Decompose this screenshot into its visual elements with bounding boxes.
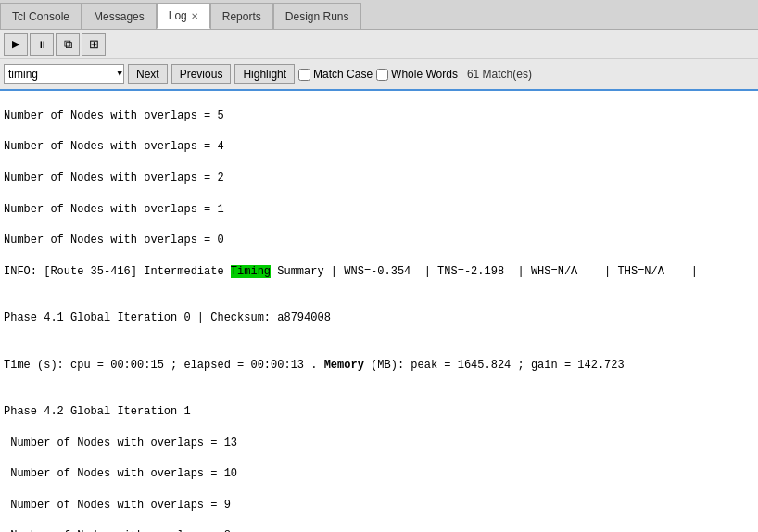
tab-log[interactable]: Log ✕ xyxy=(157,3,210,29)
match-case-checkbox[interactable] xyxy=(298,69,310,81)
pause-button[interactable]: ⏸ xyxy=(30,33,54,56)
log-line: Number of Nodes with overlaps = 8 xyxy=(4,528,754,532)
log-line: Number of Nodes with overlaps = 5 xyxy=(4,108,754,124)
log-line: Number of Nodes with overlaps = 0 xyxy=(4,233,754,248)
tab-messages[interactable]: Messages xyxy=(82,3,157,29)
tab-label-reports: Reports xyxy=(222,10,261,23)
run-button[interactable]: ▶ xyxy=(4,33,28,56)
toolbar1: ▶ ⏸ ⧉ ⊞ xyxy=(0,30,758,59)
whole-words-text: Whole Words xyxy=(391,68,458,81)
tab-close-log[interactable]: ✕ xyxy=(191,11,198,21)
tab-label-messages: Messages xyxy=(94,10,145,23)
highlight-button[interactable]: Highlight xyxy=(234,64,295,84)
grid-icon: ⊞ xyxy=(89,37,99,51)
whole-words-checkbox[interactable] xyxy=(376,69,388,81)
log-line: Phase 4.1 Global Iteration 0 | Checksum:… xyxy=(4,310,754,326)
log-line: Time (s): cpu = 00:00:15 ; elapsed = 00:… xyxy=(4,358,754,374)
tab-design-runs[interactable]: Design Runs xyxy=(273,3,361,29)
tab-label-tcl-console: Tcl Console xyxy=(12,10,69,23)
highlight-label: Highlight xyxy=(243,68,286,81)
previous-label: Previous xyxy=(180,68,223,81)
tab-tcl-console[interactable]: Tcl Console xyxy=(0,3,82,29)
tab-bar: Tcl Console Messages Log ✕ Reports Desig… xyxy=(0,0,758,30)
tab-label-log: Log xyxy=(169,9,187,22)
next-button[interactable]: Next xyxy=(128,64,168,84)
search-input[interactable] xyxy=(4,64,124,84)
grid-button[interactable]: ⊞ xyxy=(82,33,106,56)
log-line: Number of Nodes with overlaps = 1 xyxy=(4,202,754,218)
log-line: Phase 4.2 Global Iteration 1 xyxy=(4,404,754,420)
match-count: 61 Match(es) xyxy=(467,68,532,81)
tab-label-design-runs: Design Runs xyxy=(285,10,349,23)
log-line: Number of Nodes with overlaps = 4 xyxy=(4,139,754,155)
highlight-match: Timing xyxy=(231,265,271,278)
previous-button[interactable]: Previous xyxy=(171,64,232,84)
log-line: Number of Nodes with overlaps = 10 xyxy=(4,466,754,482)
tab-reports[interactable]: Reports xyxy=(210,3,273,29)
search-toolbar: ▼ Next Previous Highlight Match Case Who… xyxy=(0,59,758,91)
copy-icon: ⧉ xyxy=(64,37,72,52)
next-label: Next xyxy=(136,68,159,81)
copy-button[interactable]: ⧉ xyxy=(56,33,80,56)
log-line: Number of Nodes with overlaps = 9 xyxy=(4,498,754,513)
run-icon: ▶ xyxy=(12,38,19,50)
log-content[interactable]: Number of Nodes with overlaps = 5 Number… xyxy=(0,91,758,532)
log-line: INFO: [Route 35-416] Intermediate Timing… xyxy=(4,264,754,280)
pause-icon: ⏸ xyxy=(37,39,47,50)
log-line: Number of Nodes with overlaps = 13 xyxy=(4,436,754,451)
dropdown-arrow-icon: ▼ xyxy=(118,70,122,79)
match-case-text: Match Case xyxy=(313,68,373,81)
match-case-label[interactable]: Match Case xyxy=(298,68,373,81)
whole-words-label[interactable]: Whole Words xyxy=(376,68,458,81)
log-line: Number of Nodes with overlaps = 2 xyxy=(4,171,754,186)
search-wrapper: ▼ xyxy=(4,64,124,84)
